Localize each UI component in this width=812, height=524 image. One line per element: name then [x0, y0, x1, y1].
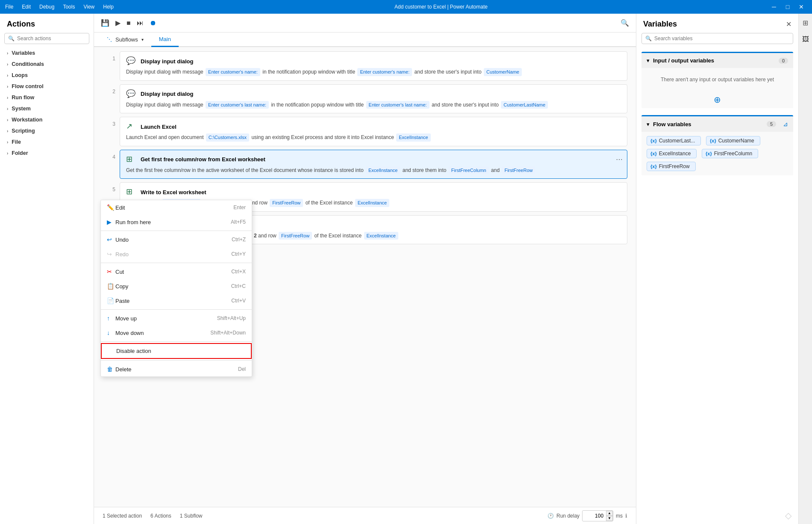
- menu-file[interactable]: File: [5, 4, 13, 10]
- group-folder[interactable]: › Folder: [0, 148, 94, 159]
- var-excel-instance[interactable]: {x} ExcelInstance: [647, 149, 697, 158]
- ctx-cut[interactable]: ✂ Cut Ctrl+X: [101, 264, 252, 279]
- minimize-button[interactable]: ─: [768, 1, 780, 12]
- subflow-icon: ⋱: [107, 36, 112, 42]
- flow-step-2: 2 💬 Display input dialog Display input d…: [103, 84, 627, 114]
- save-button[interactable]: 💾: [99, 17, 111, 29]
- ctx-delete-shortcut: Del: [238, 366, 246, 372]
- ctx-paste[interactable]: 📄 Paste Ctrl+V: [101, 293, 252, 308]
- step-more-4[interactable]: ⋯: [616, 155, 623, 163]
- menu-help[interactable]: Help: [103, 4, 114, 10]
- var-customer-last[interactable]: {x} CustomerLast...: [647, 136, 701, 145]
- diamond-icon: ◇: [785, 510, 791, 521]
- menu-edit[interactable]: Edit: [22, 4, 31, 10]
- undo-icon: ↩: [107, 236, 115, 243]
- var-first-free-column[interactable]: {x} FirstFreeColumn: [702, 149, 758, 158]
- group-workstation-label: Workstation: [12, 117, 42, 123]
- delay-spinner: ▲ ▼: [606, 511, 613, 521]
- io-section-header[interactable]: ▾ Input / output variables 0: [641, 53, 793, 68]
- edit-icon: ✏️: [107, 204, 115, 211]
- filter-icon[interactable]: ⊿: [783, 121, 788, 127]
- step-icon-1: 💬: [126, 56, 136, 66]
- ctx-undo-label: Undo: [115, 237, 232, 243]
- run-from-here-icon: ▶: [107, 219, 115, 225]
- menu-tools[interactable]: Tools: [63, 4, 75, 10]
- run-delay-label: Run delay: [556, 513, 580, 519]
- step-card-1[interactable]: 💬 Display input dialog Display input dia…: [120, 51, 627, 81]
- ctx-redo-shortcut: Ctrl+Y: [231, 251, 246, 257]
- layers-icon[interactable]: ⊞: [801, 17, 810, 29]
- search-variables-box[interactable]: 🔍: [641, 33, 793, 44]
- variables-close-button[interactable]: ✕: [786, 20, 791, 28]
- ctx-undo[interactable]: ↩ Undo Ctrl+Z: [101, 232, 252, 247]
- group-file-label: File: [12, 139, 21, 145]
- record-button[interactable]: ⏺: [148, 18, 158, 29]
- search-button[interactable]: 🔍: [619, 17, 631, 29]
- group-conditionals[interactable]: › Conditionals: [0, 59, 94, 70]
- stop-button[interactable]: ■: [125, 18, 132, 29]
- search-actions-box[interactable]: 🔍: [4, 33, 89, 44]
- var-icon-0: {x}: [650, 138, 657, 143]
- delay-up-button[interactable]: ▲: [606, 511, 613, 516]
- titlebar: File Edit Debug Tools View Help Add cust…: [0, 0, 812, 14]
- var-customer-name[interactable]: {x} CustomerName: [706, 136, 760, 145]
- group-system-label: System: [12, 106, 30, 112]
- step-card-4[interactable]: ⊞ Get first free column/row from Excel w…: [120, 150, 627, 179]
- group-variables[interactable]: › Variables: [0, 47, 94, 59]
- group-run-flow-label: Run flow: [12, 95, 34, 101]
- search-variables-input[interactable]: [654, 36, 789, 41]
- step-title-2: Display input dialog: [141, 91, 194, 97]
- ctx-copy-shortcut: Ctrl+C: [231, 283, 246, 289]
- ctx-paste-shortcut: Ctrl+V: [231, 298, 246, 304]
- actions-title: Actions: [0, 14, 94, 33]
- right-icon-strip: ⊞ 🖼: [798, 14, 812, 524]
- step-card-3[interactable]: ↗ Launch Excel Launch Excel and open doc…: [120, 117, 627, 146]
- ctx-move-down[interactable]: ↓ Move down Shift+Alt+Down: [101, 326, 252, 340]
- ctx-move-up[interactable]: ↑ Move up Shift+Alt+Up: [101, 311, 252, 326]
- chevron-flow-control: ›: [7, 84, 8, 89]
- tab-main[interactable]: Main: [151, 33, 179, 47]
- flow-step-4: 4 ⊞ Get first free column/row from Excel…: [103, 150, 627, 179]
- ctx-delete-label: Delete: [115, 366, 238, 373]
- group-flow-control[interactable]: › Flow control: [0, 81, 94, 92]
- ctx-edit[interactable]: ✏️ Edit Enter: [101, 200, 252, 215]
- group-system[interactable]: › System: [0, 103, 94, 114]
- var-first-free-row[interactable]: {x} FirstFreeRow: [647, 162, 696, 171]
- flow-step-3: 3 ↗ Launch Excel Launch Excel and open d…: [103, 117, 627, 146]
- search-actions-input[interactable]: [17, 36, 85, 41]
- ctx-copy-label: Copy: [115, 283, 231, 290]
- context-menu: ✏️ Edit Enter ▶ Run from here Alt+F5 ↩ U…: [100, 200, 252, 377]
- ctx-run-from-here[interactable]: ▶ Run from here Alt+F5: [101, 215, 252, 229]
- ctx-delete[interactable]: 🗑 Delete Del: [101, 362, 252, 376]
- group-scripting[interactable]: › Scripting: [0, 125, 94, 136]
- actions-list: › Variables › Conditionals › Loops › Flo…: [0, 47, 94, 524]
- ctx-disable-action[interactable]: Disable action: [101, 343, 252, 359]
- add-io-variable-button[interactable]: ⊕: [641, 91, 793, 108]
- delay-down-button[interactable]: ▼: [606, 516, 613, 521]
- run-delay-box: 🕐 Run delay ▲ ▼ ms ℹ: [547, 510, 627, 521]
- ctx-cut-label: Cut: [115, 269, 231, 275]
- group-conditionals-label: Conditionals: [12, 61, 44, 67]
- chevron-folder: ›: [7, 151, 8, 156]
- io-chevron: ▾: [647, 57, 650, 64]
- ctx-redo[interactable]: ↪ Redo Ctrl+Y: [101, 247, 252, 261]
- close-button[interactable]: ✕: [796, 1, 807, 12]
- group-workstation[interactable]: › Workstation: [0, 114, 94, 125]
- step-card-2[interactable]: 💬 Display input dialog Display input dia…: [120, 84, 627, 114]
- chevron-file: ›: [7, 140, 8, 145]
- group-run-flow[interactable]: › Run flow: [0, 92, 94, 103]
- menu-view[interactable]: View: [83, 4, 94, 10]
- ctx-run-shortcut: Alt+F5: [231, 219, 246, 225]
- delay-input[interactable]: [583, 512, 606, 520]
- flow-section-header[interactable]: ▾ Flow variables 5 ⊿: [641, 116, 793, 132]
- group-loops[interactable]: › Loops: [0, 70, 94, 81]
- maximize-button[interactable]: □: [782, 1, 793, 12]
- menu-debug[interactable]: Debug: [39, 4, 54, 10]
- ctx-copy[interactable]: 📋 Copy Ctrl+C: [101, 279, 252, 293]
- run-button[interactable]: ▶: [114, 17, 122, 29]
- image-icon[interactable]: 🖼: [800, 34, 811, 45]
- step-button[interactable]: ⏭: [135, 18, 145, 29]
- group-loops-label: Loops: [12, 72, 28, 78]
- tab-subflows[interactable]: ⋱ Subflows ▾: [99, 33, 151, 46]
- group-file[interactable]: › File: [0, 136, 94, 148]
